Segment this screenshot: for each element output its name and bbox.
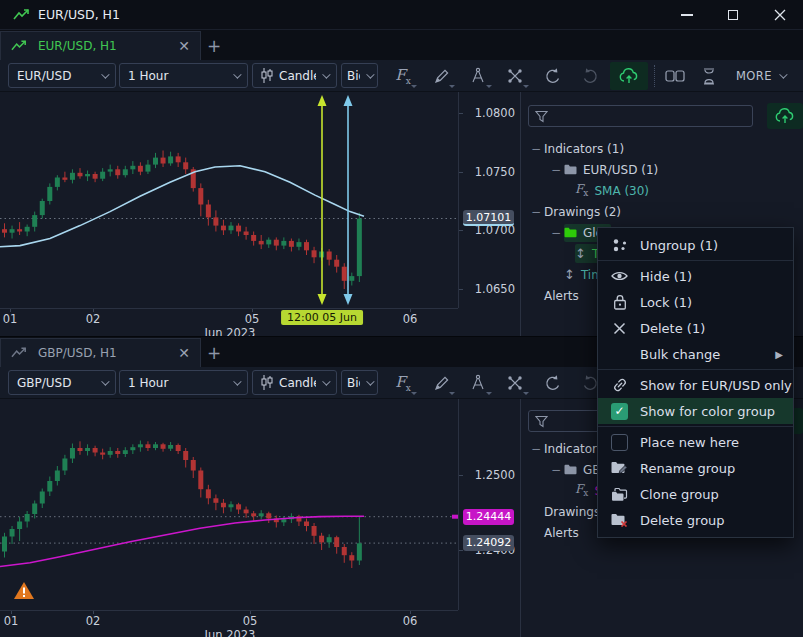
new-tab-button[interactable]: + xyxy=(203,35,225,57)
period-select[interactable]: 1 Hour xyxy=(119,370,248,395)
time-tick-label: 01 xyxy=(3,312,18,326)
caret-icon xyxy=(486,392,492,395)
collapse-icon[interactable]: − xyxy=(551,163,564,177)
chart-line-icon xyxy=(13,9,32,24)
warning-icon[interactable] xyxy=(13,581,35,603)
tree-item-label: Drawings xyxy=(544,505,600,519)
tab-close-icon[interactable]: ✕ xyxy=(178,39,190,53)
menu-item-label: Place new here xyxy=(640,435,739,450)
gbpusd-price-axis[interactable]: 1.25001.24001.244441.24092 xyxy=(458,399,520,610)
object-filter-input[interactable] xyxy=(528,105,753,127)
time-tick-label: 02 xyxy=(86,614,101,628)
menu-item-show-for-color-group[interactable]: ✓Show for color group xyxy=(598,398,793,424)
menu-item-label: Show for color group xyxy=(640,404,775,419)
menu-item-ungroup-1[interactable]: Ungroup (1) xyxy=(598,232,793,258)
cloud-sync-button[interactable] xyxy=(610,62,648,90)
close-icon xyxy=(774,9,786,21)
tab-gbpusd-h1[interactable]: GBP/USD, H1 ✕ xyxy=(0,338,201,367)
tab-eurusd-h1[interactable]: EUR/USD, H1 ✕ xyxy=(0,31,201,60)
vline-time-chip: 12:00 05 Jun xyxy=(281,310,363,325)
menu-item-hide-1[interactable]: Hide (1) xyxy=(598,263,793,289)
drawing-group-context-menu: Ungroup (1)Hide (1)Lock (1)Delete (1)Bul… xyxy=(597,227,794,538)
price-type-select[interactable]: Bid xyxy=(341,63,378,88)
eye-icon xyxy=(610,269,629,283)
maximize-button[interactable] xyxy=(710,0,756,30)
chart-type-value: Candle xyxy=(279,376,316,390)
price-tick-label: 1.0800 xyxy=(463,106,515,120)
menu-item-show-for-eur-usd-only[interactable]: Show for EUR/USD only xyxy=(598,372,793,398)
chevron-down-icon xyxy=(101,70,109,78)
eurusd-chart-plot[interactable] xyxy=(0,92,458,308)
pattern-icon xyxy=(506,374,524,392)
symbol-select[interactable]: GBP/USD xyxy=(8,370,116,395)
menu-item-rename-group[interactable]: Rename group xyxy=(598,455,793,481)
eurusd-price-axis[interactable]: 1.08001.07501.07001.06501.07101 xyxy=(458,92,520,308)
pattern-tool-button[interactable] xyxy=(500,369,530,397)
pencil-draw-button[interactable] xyxy=(426,62,456,90)
close-button[interactable] xyxy=(756,0,803,30)
caret-icon xyxy=(449,85,455,88)
collapse-icon[interactable]: − xyxy=(531,142,544,156)
gbpusd-time-axis[interactable]: 01020506Jun 2023 xyxy=(0,610,458,637)
eurusd-time-axis[interactable]: 01020506Jun 202312:00 05 Jun xyxy=(0,308,458,337)
collapse-icon[interactable]: − xyxy=(531,205,544,219)
tree-item[interactable]: −EUR/USD (1) xyxy=(521,159,803,180)
redo-button[interactable] xyxy=(575,62,605,90)
new-tab-button[interactable]: + xyxy=(203,342,225,364)
more-button[interactable]: MORE xyxy=(736,62,785,90)
cloud-sync-button[interactable] xyxy=(767,103,803,129)
collapse-icon[interactable]: − xyxy=(551,226,564,240)
tree-item[interactable]: −Drawings (2) xyxy=(521,201,803,222)
undo-button[interactable] xyxy=(537,369,567,397)
collapse-icon[interactable]: − xyxy=(551,463,564,477)
menu-item-delete-1[interactable]: Delete (1) xyxy=(598,315,793,341)
menu-item-label: Lock (1) xyxy=(640,295,692,310)
time-tick-label: 05 xyxy=(245,312,260,326)
period-select[interactable]: 1 Hour xyxy=(119,63,248,88)
price-type-select[interactable]: Bid xyxy=(341,370,378,395)
compass-icon xyxy=(469,374,487,392)
chart-type-select[interactable]: Candle xyxy=(252,63,337,88)
fx-icon: Fx xyxy=(575,182,588,198)
indicators-fx-button[interactable]: Fx xyxy=(388,369,418,397)
price-type-value: Bid xyxy=(347,376,360,390)
compass-draw-button[interactable] xyxy=(463,62,493,90)
collapse-icon[interactable]: − xyxy=(531,442,544,456)
price-tick-label: 1.0750 xyxy=(463,165,515,179)
menu-item-clone-group[interactable]: Clone group xyxy=(598,481,793,507)
maximize-icon xyxy=(728,10,738,20)
chevron-down-icon xyxy=(322,70,330,78)
menu-item-label: Delete group xyxy=(640,513,725,528)
symbol-select[interactable]: EUR/USD xyxy=(8,63,116,88)
price-tick-label: 1.0650 xyxy=(463,282,515,296)
timer-hourglass-button[interactable] xyxy=(694,62,724,90)
tree-item[interactable]: −Indicators (1) xyxy=(521,138,803,159)
tab-label: EUR/USD, H1 xyxy=(38,39,169,53)
symbol-value: EUR/USD xyxy=(17,69,95,83)
gbpusd-chart-plot[interactable] xyxy=(0,399,458,610)
compare-panels-button[interactable] xyxy=(660,62,690,90)
submenu-arrow-icon: ▶ xyxy=(775,349,783,360)
candle-icon xyxy=(261,68,273,83)
undo-button[interactable] xyxy=(537,62,567,90)
indicators-fx-button[interactable]: Fx xyxy=(388,62,418,90)
tab-close-icon[interactable]: ✕ xyxy=(178,346,190,360)
chart-type-select[interactable]: Candle xyxy=(252,370,337,395)
pencil-draw-button[interactable] xyxy=(426,369,456,397)
panels-icon xyxy=(665,69,685,83)
tree-item-label: Indicators (1) xyxy=(544,142,624,156)
undo-icon xyxy=(543,67,562,85)
checkbox-empty-icon xyxy=(610,434,629,451)
minimize-button[interactable] xyxy=(664,0,710,30)
tree-item[interactable]: FxSMA (30) xyxy=(521,180,803,201)
menu-item-place-new-here[interactable]: Place new here xyxy=(598,429,793,455)
redo-icon xyxy=(581,67,600,85)
time-tick-label: 06 xyxy=(403,312,418,326)
menu-item-lock-1[interactable]: Lock (1) xyxy=(598,289,793,315)
time-tick-label: 06 xyxy=(403,614,418,628)
pattern-tool-button[interactable] xyxy=(500,62,530,90)
cloud-upload-icon xyxy=(774,107,796,125)
menu-item-delete-group[interactable]: Delete group xyxy=(598,507,793,533)
menu-item-bulk-change[interactable]: Bulk change▶ xyxy=(598,341,793,367)
compass-draw-button[interactable] xyxy=(463,369,493,397)
